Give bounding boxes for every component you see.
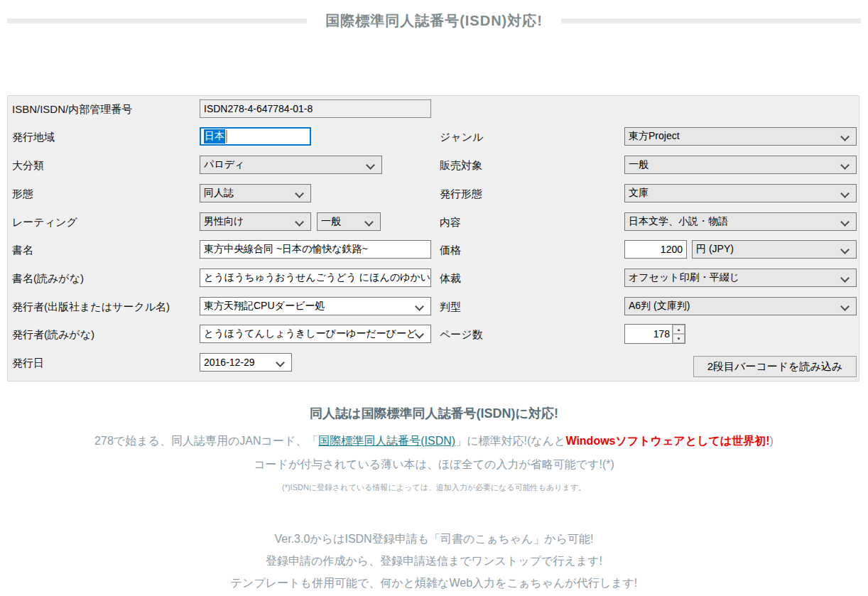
label-paper-size: 判型: [440, 300, 461, 314]
format-select[interactable]: 同人誌: [200, 184, 311, 202]
label-publisher: 発行者(出版社またはサークル名): [12, 300, 170, 314]
currency-select[interactable]: 円 (JPY): [692, 240, 857, 259]
load-barcode-button[interactable]: 2段目バーコードを読み込み: [693, 356, 857, 377]
rating-value-1: 男性向け: [204, 215, 244, 228]
chevron-down-icon: [840, 132, 850, 141]
chevron-down-icon: [840, 189, 850, 198]
label-category: 大分類: [12, 159, 44, 173]
label-price: 価格: [440, 244, 461, 257]
chevron-down-icon: [276, 358, 285, 367]
publisher-value: 東方天翔記CPUダービー処: [204, 300, 325, 313]
isdn-link[interactable]: 国際標準同人誌番号(ISDN): [318, 435, 455, 447]
chevron-down-icon: [840, 302, 850, 311]
region-selected-text: 日本: [204, 129, 225, 143]
intro-footnote: (*)ISDNに登録されている情報によっては、追加入力が必要になる可能性もありま…: [0, 482, 868, 493]
rating-select-2[interactable]: 一般: [317, 212, 381, 231]
outro-line-2: 登録申請の作成から、登録申請送信までワンストップで行えます!: [0, 554, 868, 569]
price-value: 1200: [661, 244, 683, 255]
rating-value-2: 一般: [321, 215, 341, 228]
title-divider-left: [7, 18, 307, 23]
label-book-title-kana: 書名(読みがな): [12, 272, 84, 286]
label-publish-date: 発行日: [12, 357, 44, 370]
audience-select[interactable]: 一般: [624, 156, 857, 174]
isdn-form-panel: ISBN/ISDN/内部管理番号 発行地域 大分類 形態 レーティング 書名 書…: [7, 95, 859, 381]
label-audience: 販売対象: [440, 159, 482, 173]
outro-line-1: Ver.3.0からはISDN登録申請も「司書のこぁちゃん」から可能!: [0, 532, 868, 547]
book-title-kana-value: とうほうちゅうおうせんごうどう にほんのゆかいな: [204, 271, 431, 284]
title-divider-right: [561, 18, 861, 23]
page-header: 国際標準同人誌番号(ISDN)対応!: [7, 10, 861, 31]
intro-line1-pre: 278で始まる、同人誌専用のJANコード、「: [94, 435, 318, 447]
audience-value: 一般: [629, 158, 649, 171]
content-value: 日本文学、小説・物語: [629, 215, 728, 228]
region-input[interactable]: 日本: [200, 127, 311, 146]
page-count-stepper[interactable]: 178 ▲ ▼: [624, 324, 685, 344]
book-title-value: 東方中央線合同 ~日本の愉快な鉄路~: [204, 243, 368, 256]
label-region: 発行地域: [12, 131, 55, 144]
publisher-kana-value: とうほうてんしょうきしーぴーゆーだーびーど: [204, 327, 416, 340]
paper-size-value: A6判 (文庫判): [629, 300, 690, 313]
book-title-input[interactable]: 東方中央線合同 ~日本の愉快な鉄路~: [200, 240, 431, 259]
label-binding: 体裁: [440, 272, 461, 286]
page-title: 国際標準同人誌番号(ISDN)対応!: [325, 11, 543, 31]
format-value: 同人誌: [204, 187, 234, 200]
binding-value: オフセット印刷・平綴じ: [629, 271, 739, 284]
stepper-buttons: ▲ ▼: [672, 325, 685, 343]
rating-select-1[interactable]: 男性向け: [200, 212, 311, 231]
chevron-down-icon: [295, 217, 304, 227]
paper-size-select[interactable]: A6判 (文庫判): [624, 297, 857, 315]
stepper-down-button[interactable]: ▼: [673, 334, 685, 343]
category-select[interactable]: パロディ: [200, 156, 382, 174]
content-select[interactable]: 日本文学、小説・物語: [624, 212, 857, 231]
publish-date-value: 2016-12-29: [204, 357, 255, 368]
intro-line1-post: ): [770, 435, 774, 447]
publication-form-select[interactable]: 文庫: [624, 184, 857, 202]
intro-line1-mid: 」に標準対応!(なんと: [455, 435, 565, 447]
genre-select[interactable]: 東方Project: [624, 127, 857, 146]
label-publisher-kana: 発行者(読みがな): [12, 328, 94, 342]
label-publication-form: 発行形態: [440, 188, 482, 201]
book-title-kana-input[interactable]: とうほうちゅうおうせんごうどう にほんのゆかいな: [200, 269, 431, 287]
category-value: パロディ: [204, 158, 244, 171]
chevron-down-icon: [364, 217, 374, 227]
chevron-down-icon: [840, 217, 850, 227]
label-book-title: 書名: [12, 244, 33, 257]
chevron-down-icon: [366, 161, 375, 170]
intro-line1: 278で始まる、同人誌専用のJANコード、「国際標準同人誌番号(ISDN)」に標…: [0, 434, 868, 449]
label-format: 形態: [12, 188, 33, 201]
isbn-value: ISDN278-4-647784-01-8: [204, 103, 313, 114]
chevron-down-icon: [840, 273, 850, 283]
price-input[interactable]: 1200: [624, 240, 687, 259]
genre-value: 東方Project: [629, 130, 680, 143]
outro-line-3: テンプレートも併用可能で、何かと煩雑なWeb入力をこぁちゃんが代行します!: [0, 576, 868, 591]
isbn-field[interactable]: ISDN278-4-647784-01-8: [200, 99, 431, 118]
chevron-down-icon: [295, 189, 304, 198]
intro-headline: 同人誌は国際標準同人誌番号(ISDN)に対応!: [0, 405, 868, 422]
publisher-kana-combo[interactable]: とうほうてんしょうきしーぴーゆーだーびーど: [200, 325, 431, 343]
page-count-value: 178: [625, 325, 672, 343]
chevron-down-icon: [415, 302, 424, 311]
publication-form-value: 文庫: [629, 187, 649, 200]
label-genre: ジャンル: [440, 131, 483, 144]
label-content: 内容: [440, 216, 461, 229]
chevron-down-icon: [840, 161, 850, 170]
text-caret: [226, 130, 227, 143]
publisher-combo[interactable]: 東方天翔記CPUダービー処: [200, 297, 431, 315]
intro-line2: コードが付与されている薄い本は、ほぼ全ての入力が省略可能です!(*): [0, 457, 868, 472]
currency-value: 円 (JPY): [696, 243, 734, 256]
chevron-down-icon: [840, 245, 850, 254]
binding-select[interactable]: オフセット印刷・平綴じ: [624, 269, 857, 287]
intro-line1-red: Windowsソフトウェアとしては世界初!: [565, 435, 769, 447]
stepper-up-button[interactable]: ▲: [673, 325, 685, 334]
label-rating: レーティング: [12, 216, 77, 229]
publish-date-combo[interactable]: 2016-12-29: [200, 353, 292, 372]
label-pages: ページ数: [440, 328, 483, 342]
label-isbn: ISBN/ISDN/内部管理番号: [12, 103, 132, 117]
